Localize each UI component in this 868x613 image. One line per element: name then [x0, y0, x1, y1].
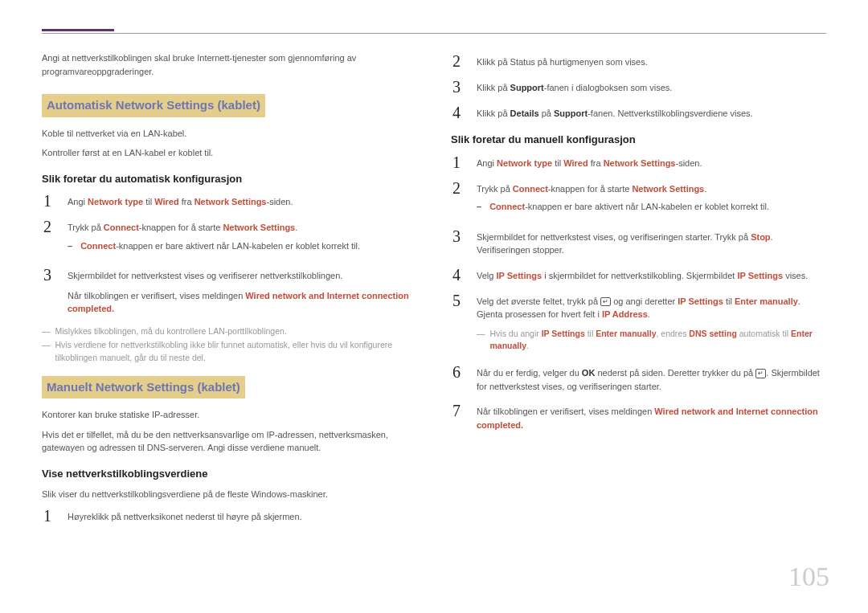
note-text: ― Hvis verdiene for nettverkstilkobling … — [42, 339, 417, 365]
subheading-manual-config: Slik foretar du manuell konfigurasjon — [451, 132, 826, 148]
view-intro: Slik viser du nettverkstilkoblingsverdie… — [42, 488, 417, 501]
step-number: 4 — [451, 104, 462, 121]
list-item: 1 Høyreklikk på nettverksikonet nederst … — [42, 508, 417, 524]
step-number: 3 — [451, 79, 462, 95]
step-number: 2 — [451, 53, 462, 69]
list-item: 4 Klikk på Details på Support-fanen. Net… — [451, 104, 826, 121]
list-item: 3 Skjermbildet for nettverkstest vises o… — [42, 267, 417, 316]
step-content: Høyreklikk på nettverksikonet nederst ti… — [68, 508, 417, 524]
step-number: 2 — [42, 219, 53, 235]
note-text: ― Hvis du angir IP Settings til Enter ma… — [477, 328, 826, 353]
subheading-view-values: Vise nettverkstilkoblingsverdiene — [42, 466, 417, 482]
step-content: Velg IP Settings i skjermbildet for nett… — [477, 267, 826, 283]
content-columns: Angi at nettverkstilkoblingen skal bruke… — [42, 48, 826, 533]
list-item: 2 Trykk på Connect-knappen for å starte … — [42, 219, 417, 257]
intro-text: Angi at nettverkstilkoblingen skal bruke… — [42, 51, 417, 78]
step-number: 6 — [451, 364, 462, 380]
header-accent-bar — [42, 29, 114, 31]
left-column: Angi at nettverkstilkoblingen skal bruke… — [42, 48, 417, 533]
step-content: Velg det øverste feltet, trykk på ↵ og a… — [477, 292, 826, 355]
step-content: Angi Network type til Wired fra Network … — [477, 154, 826, 170]
list-item: 3 Klikk på Support-fanen i dialogboksen … — [451, 79, 826, 95]
step-number: 1 — [42, 508, 53, 524]
list-item: 3 Skjermbildet for nettverkstest vises, … — [451, 228, 826, 257]
manual-paragraph-2: Hvis det er tilfellet, må du be den nett… — [42, 428, 417, 455]
header-divider — [42, 33, 826, 34]
view-steps-list-left: 1 Høyreklikk på nettverksikonet nederst … — [42, 508, 417, 524]
list-item: 5 Velg det øverste feltet, trykk på ↵ og… — [451, 292, 826, 355]
step-content: Klikk på Support-fanen i dialogboksen so… — [477, 79, 826, 95]
step-content: Skjermbildet for nettverkstest vises, og… — [477, 228, 826, 257]
document-page: Angi at nettverkstilkoblingen skal bruke… — [0, 0, 868, 562]
list-item: 1 Angi Network type til Wired fra Networ… — [42, 193, 417, 209]
step-number: 5 — [451, 292, 462, 309]
step-number: 1 — [42, 193, 53, 209]
enter-key-icon: ↵ — [600, 297, 611, 307]
note-dash-icon: ― — [42, 325, 51, 338]
step-content: Angi Network type til Wired fra Network … — [68, 193, 417, 209]
note-text: ― Mislykkes tilkoblingen, må du kontroll… — [42, 325, 417, 338]
step-content: Trykk på Connect-knappen for å starte Ne… — [68, 219, 417, 257]
enter-key-icon: ↵ — [755, 369, 766, 378]
step-content: Klikk på Status på hurtigmenyen som vise… — [477, 53, 826, 69]
note-dash-icon: ― — [42, 339, 51, 365]
list-item: 2 Klikk på Status på hurtigmenyen som vi… — [451, 53, 826, 69]
step-number: 3 — [451, 228, 462, 244]
step-number: 2 — [451, 180, 462, 196]
step-content: Klikk på Details på Support-fanen. Nettv… — [477, 104, 826, 121]
view-steps-list-right: 2 Klikk på Status på hurtigmenyen som vi… — [451, 53, 826, 121]
heading-manual-network: Manuelt Network Settings (kablet) — [42, 376, 245, 399]
note-dash-icon: ― — [477, 328, 485, 353]
auto-steps-list: 1 Angi Network type til Wired fra Networ… — [42, 193, 417, 316]
sub-bullet: – Connect-knappen er bare aktivert når L… — [68, 239, 417, 253]
step-content: Skjermbildet for nettverkstest vises og … — [68, 267, 417, 316]
step-content: Når du er ferdig, velger du OK nederst p… — [477, 364, 826, 393]
step-content: Trykk på Connect-knappen for å starte Ne… — [477, 180, 826, 219]
step-number: 1 — [451, 154, 462, 170]
manual-paragraph-1: Kontorer kan bruke statiske IP-adresser. — [42, 408, 417, 422]
dash-icon: – — [477, 200, 481, 214]
step-content: Når tilkoblingen er verifisert, vises me… — [477, 403, 826, 431]
manual-steps-list: 1 Angi Network type til Wired fra Networ… — [451, 154, 826, 432]
list-item: 7 Når tilkoblingen er verifisert, vises … — [451, 403, 826, 431]
auto-paragraph-2: Kontroller først at en LAN-kabel er kobl… — [42, 146, 417, 160]
step-number: 7 — [451, 403, 462, 419]
right-column: 2 Klikk på Status på hurtigmenyen som vi… — [451, 48, 826, 533]
page-number: 105 — [788, 556, 829, 597]
step-number: 3 — [42, 267, 53, 283]
step-number: 4 — [451, 267, 462, 283]
subheading-auto-config: Slik foretar du automatisk konfigurasjon — [42, 171, 417, 187]
list-item: 1 Angi Network type til Wired fra Networ… — [451, 154, 826, 170]
list-item: 2 Trykk på Connect-knappen for å starte … — [451, 180, 826, 219]
list-item: 6 Når du er ferdig, velger du OK nederst… — [451, 364, 826, 393]
list-item: 4 Velg IP Settings i skjermbildet for ne… — [451, 267, 826, 283]
heading-auto-network: Automatisk Network Settings (kablet) — [42, 94, 265, 117]
sub-bullet: – Connect-knappen er bare aktivert når L… — [477, 200, 826, 214]
dash-icon: – — [68, 239, 72, 253]
auto-paragraph-1: Koble til nettverket via en LAN-kabel. — [42, 127, 417, 141]
